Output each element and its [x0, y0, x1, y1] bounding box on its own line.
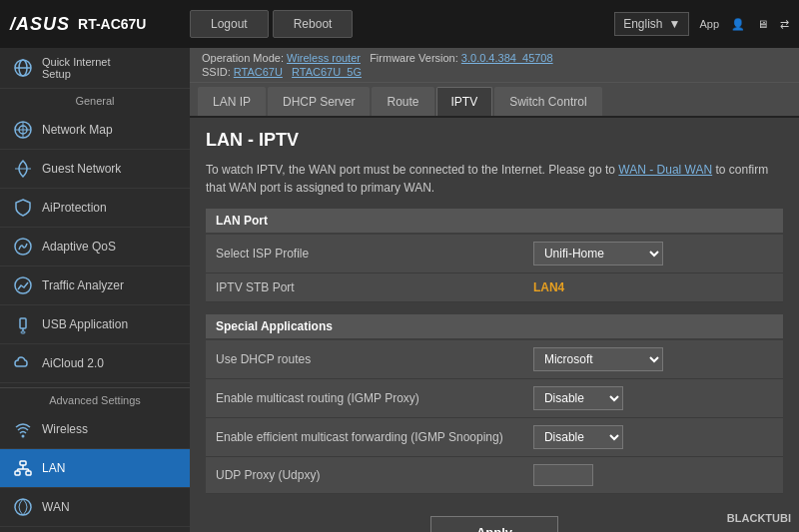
tab-dhcp-server[interactable]: DHCP Server: [268, 87, 370, 116]
apply-btn-row: Apply: [206, 506, 783, 532]
dhcp-routes-label: Use DHCP routes: [206, 340, 523, 379]
adaptive-qos-icon: [12, 236, 34, 258]
top-nav: Logout Reboot: [190, 10, 353, 38]
top-bar: /ASUS RT-AC67U Logout Reboot English ▼ A…: [0, 0, 799, 48]
sidebar-item-wireless[interactable]: Wireless: [0, 410, 190, 449]
firmware-label: Firmware Version:: [370, 52, 458, 64]
iptv-stb-value: LAN4: [533, 280, 564, 294]
asus-logo: /ASUS: [10, 14, 70, 35]
multicast-forwarding-row: Enable efficient multicast forwarding (I…: [206, 418, 783, 457]
sidebar-wan-label: WAN: [42, 500, 70, 514]
reboot-button[interactable]: Reboot: [273, 10, 354, 38]
sidebar-traffic-analyzer-label: Traffic Analyzer: [42, 278, 124, 292]
lan-icon: [12, 457, 34, 479]
udp-proxy-row: UDP Proxy (Udpxy) 0: [206, 457, 783, 494]
model-name: RT-AC67U: [78, 16, 146, 32]
dhcp-routes-select[interactable]: Microsoft None: [533, 347, 663, 371]
tab-route[interactable]: Route: [372, 87, 433, 116]
wireless-icon: [12, 418, 34, 440]
multicast-routing-label: Enable multicast routing (IGMP Proxy): [206, 379, 523, 418]
sidebar-item-usb-application[interactable]: USB Application: [0, 305, 190, 344]
ssid-label: SSID:: [202, 66, 231, 78]
tab-switch-control[interactable]: Switch Control: [494, 87, 601, 116]
multicast-forwarding-label: Enable efficient multicast forwarding (I…: [206, 418, 523, 457]
lan-port-section-header: LAN Port: [206, 209, 783, 233]
main-layout: Quick InternetSetup General Network Map …: [0, 48, 799, 532]
logo-area: /ASUS RT-AC67U: [10, 14, 170, 35]
apply-button[interactable]: Apply: [430, 516, 558, 532]
user-icon[interactable]: 👤: [731, 18, 745, 31]
multicast-forwarding-select[interactable]: Disable Enable: [533, 425, 623, 449]
sidebar-usb-application-label: USB Application: [42, 317, 128, 331]
tab-iptv[interactable]: IPTV: [436, 87, 493, 116]
isp-profile-row: Select ISP Profile Unifi-Home None Manua…: [206, 235, 783, 273]
svg-rect-16: [26, 471, 31, 475]
sidebar-lan-label: LAN: [42, 461, 65, 475]
network-map-icon: [12, 119, 34, 141]
iptv-stb-label: IPTV STB Port: [206, 273, 523, 302]
tab-lan-ip[interactable]: LAN IP: [198, 87, 266, 116]
ssid-2g[interactable]: RTAC67U: [234, 66, 283, 78]
svg-point-21: [15, 499, 31, 515]
operation-mode-label: Operation Mode:: [202, 52, 284, 64]
usb-application-icon: [12, 313, 34, 335]
content-area: Operation Mode: Wireless router Firmware…: [190, 48, 799, 532]
isp-profile-label: Select ISP Profile: [206, 235, 523, 273]
watermark: BLACKTUBI: [727, 512, 791, 524]
sidebar-adaptive-qos-label: Adaptive QoS: [42, 240, 116, 254]
svg-rect-12: [21, 331, 25, 333]
app-label[interactable]: App: [699, 18, 719, 30]
share-icon[interactable]: ⇄: [780, 18, 789, 31]
sidebar-item-quick-internet[interactable]: Quick InternetSetup: [0, 48, 190, 89]
svg-rect-10: [20, 318, 26, 328]
wan-icon: [12, 496, 34, 518]
language-selector[interactable]: English ▼: [614, 12, 689, 36]
udp-proxy-label: UDP Proxy (Udpxy): [206, 457, 523, 494]
sidebar-item-traffic-analyzer[interactable]: Traffic Analyzer: [0, 266, 190, 305]
udp-proxy-input[interactable]: 0: [533, 464, 593, 486]
info-text: To watch IPTV, the WAN port must be conn…: [206, 161, 783, 197]
sidebar-aiprotection-label: AiProtection: [42, 201, 107, 215]
svg-rect-14: [20, 461, 26, 465]
multicast-routing-select[interactable]: Disable Enable: [533, 386, 623, 410]
info-bar: Operation Mode: Wireless router Firmware…: [190, 48, 799, 83]
sidebar-item-guest-network[interactable]: Guest Network: [0, 150, 190, 189]
sidebar-item-lan[interactable]: LAN: [0, 449, 190, 488]
guest-network-icon: [12, 158, 34, 180]
language-label: English: [623, 17, 662, 31]
sidebar-guest-network-label: Guest Network: [42, 162, 121, 176]
lan-port-table: Select ISP Profile Unifi-Home None Manua…: [206, 235, 783, 302]
svg-point-9: [15, 277, 31, 293]
sidebar-item-ipv6[interactable]: IPv6 IPv6: [0, 527, 190, 532]
chevron-down-icon: ▼: [669, 17, 681, 31]
sidebar-item-network-map[interactable]: Network Map: [0, 111, 190, 150]
page-title: LAN - IPTV: [206, 130, 783, 151]
quick-internet-icon: [12, 57, 34, 79]
sidebar-item-wan[interactable]: WAN: [0, 488, 190, 527]
sidebar: Quick InternetSetup General Network Map …: [0, 48, 190, 532]
iptv-stb-row: IPTV STB Port LAN4: [206, 273, 783, 302]
sidebar-item-aiprotection[interactable]: AiProtection: [0, 189, 190, 228]
multicast-routing-row: Enable multicast routing (IGMP Proxy) Di…: [206, 379, 783, 418]
isp-profile-select[interactable]: Unifi-Home None Manual: [533, 242, 663, 266]
sidebar-quick-internet-label: Quick InternetSetup: [42, 56, 110, 80]
dhcp-routes-row: Use DHCP routes Microsoft None: [206, 340, 783, 379]
sidebar-wireless-label: Wireless: [42, 422, 88, 436]
special-apps-table: Use DHCP routes Microsoft None Enable mu…: [206, 340, 783, 494]
firmware-value[interactable]: 3.0.0.4.384_45708: [461, 52, 553, 64]
page-content: LAN - IPTV To watch IPTV, the WAN port m…: [190, 118, 799, 532]
svg-point-13: [22, 435, 25, 438]
sidebar-item-adaptive-qos[interactable]: Adaptive QoS: [0, 228, 190, 266]
top-icons: App 👤 🖥 ⇄: [699, 18, 789, 31]
advanced-settings-label: Advanced Settings: [0, 387, 190, 410]
sidebar-item-aicloud[interactable]: AiCloud 2.0: [0, 344, 190, 383]
dual-wan-link[interactable]: WAN - Dual WAN: [618, 163, 712, 177]
aiprotection-icon: [12, 197, 34, 219]
ssid-5g[interactable]: RTAC67U_5G: [292, 66, 362, 78]
sidebar-network-map-label: Network Map: [42, 123, 113, 137]
logout-button[interactable]: Logout: [190, 10, 269, 38]
operation-mode-value[interactable]: Wireless router: [287, 52, 361, 64]
traffic-analyzer-icon: [12, 274, 34, 296]
monitor-icon[interactable]: 🖥: [757, 18, 768, 30]
svg-rect-15: [15, 471, 20, 475]
